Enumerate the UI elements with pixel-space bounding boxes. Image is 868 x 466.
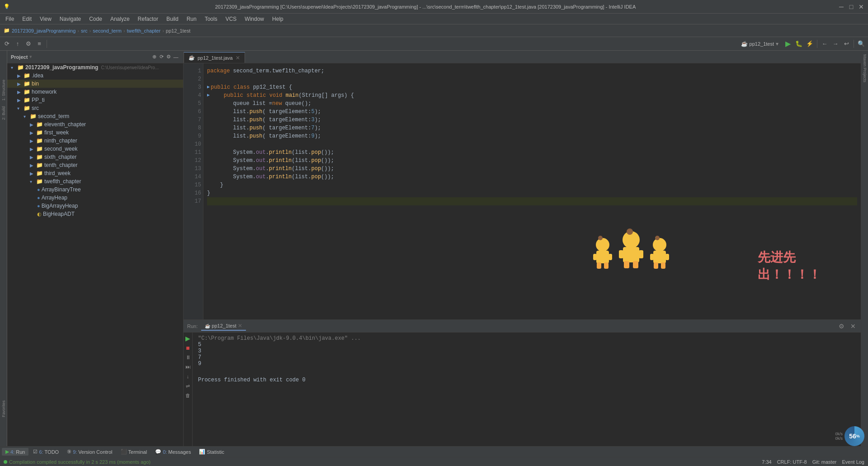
breadcrumb-root[interactable]: 20172309_javaProgramming: [12, 28, 75, 33]
minimize-button[interactable]: ─: [838, 4, 844, 10]
toolbar-up-btn[interactable]: ↑: [13, 39, 23, 49]
run-scroll-btn[interactable]: ↓: [184, 372, 192, 380]
tree-first-week[interactable]: ▶ 📁 first_week: [7, 128, 183, 137]
toolbar-back-btn[interactable]: ←: [820, 39, 830, 49]
maximize-button[interactable]: □: [848, 4, 854, 10]
toolbar-layout-btn[interactable]: ≡: [34, 39, 44, 49]
structure-tab[interactable]: 1: Structure: [0, 78, 7, 103]
tree-ninth[interactable]: ▶ 📁 ninth_chapter: [7, 137, 183, 145]
editor-tab-pp12[interactable]: ☕ pp12_1test.java ✕: [184, 52, 245, 63]
toolbar-separator-1: [47, 40, 47, 48]
tree-array-binary-tree[interactable]: ● ArrayBinaryTree: [7, 185, 183, 194]
tree-root[interactable]: ▾ 📁 20172309_javaProgramming C:\Users\su…: [7, 63, 183, 71]
tree-src[interactable]: ▾ 📁 src: [7, 104, 183, 112]
tree-third-week[interactable]: ▶ 📁 third_week: [7, 169, 183, 177]
run-pause-btn[interactable]: ⏸: [184, 353, 192, 361]
bottom-tab-run[interactable]: ▶ 4: Run: [2, 448, 28, 456]
java-file-icon-bah: ●: [37, 203, 40, 209]
run-tab-close[interactable]: ✕: [238, 323, 242, 329]
tree-bah-label: BigArrayyHeap: [42, 203, 78, 209]
bottom-tab-statistic[interactable]: 📊 Statistic: [195, 448, 228, 456]
tree-sixth[interactable]: ▶ 📁 sixth_chapter: [7, 153, 183, 161]
toolbar-undo-btn[interactable]: ↩: [841, 39, 851, 49]
position-indicator[interactable]: 7:34: [762, 459, 771, 465]
tree-ppti[interactable]: ▶ 📁 PP_ti: [7, 96, 183, 104]
menu-tools[interactable]: Tools: [201, 15, 221, 23]
tree-arrow-eleventh: ▶: [30, 122, 36, 127]
code-line-10: [207, 140, 857, 148]
bottom-tab-todo[interactable]: ☑ 6: TODO: [29, 448, 62, 456]
sidebar-gear-btn[interactable]: ⚙: [165, 53, 172, 61]
tree-second-term[interactable]: ▾ 📁 second_term: [7, 112, 183, 120]
event-log[interactable]: Event Log: [842, 459, 864, 465]
sidebar-fold-btn[interactable]: —: [172, 53, 179, 61]
run-wrap-btn[interactable]: ⇌: [184, 382, 192, 390]
speed-circle: 56%: [844, 426, 864, 446]
tree-second-week[interactable]: ▶ 📁 second_week: [7, 145, 183, 153]
vc-tab-text: Version Control: [78, 449, 112, 455]
tree-array-heap[interactable]: ● ArrayHeap: [7, 194, 183, 202]
breadcrumb-src[interactable]: src: [81, 28, 88, 33]
toolbar-fwd-btn[interactable]: →: [830, 39, 840, 49]
menu-build[interactable]: Build: [163, 15, 182, 23]
breadcrumb-file[interactable]: pp12_1test: [166, 28, 190, 33]
run-tab-pp12[interactable]: ☕ pp12_1test ✕: [201, 322, 246, 331]
tree-ppti-label: PP_ti: [32, 97, 45, 103]
toolbar-settings-btn[interactable]: ⚙: [24, 39, 33, 49]
run-panel-header: Run: ☕ pp12_1test ✕ ⚙ ✕: [184, 320, 861, 333]
menu-file[interactable]: File: [2, 15, 18, 23]
run-config-dropdown-icon[interactable]: ▾: [776, 41, 778, 47]
toolbar-search-btn[interactable]: 🔍: [856, 39, 866, 49]
tree-eleventh[interactable]: ▶ 📁 eleventh_chapter: [7, 120, 183, 128]
menu-refactor[interactable]: Refactor: [134, 15, 162, 23]
status-bar: Compilation compiled successfully in 2 s…: [0, 457, 868, 466]
tree-arrow-ppti: ▶: [17, 98, 24, 103]
crlf-indicator[interactable]: CRLF: UTF-8: [777, 459, 807, 465]
run-resume-btn[interactable]: ⏭: [184, 363, 192, 371]
menu-window[interactable]: Window: [241, 15, 268, 23]
run-config-label: pp12_1test: [750, 41, 774, 47]
run-close-panel-btn[interactable]: ✕: [849, 322, 857, 330]
bottom-tab-messages[interactable]: 💬 0: Messages: [151, 448, 194, 456]
tree-tenth[interactable]: ▶ 📁 tenth_chapter: [7, 161, 183, 169]
bottom-tab-terminal[interactable]: ⬛ Terminal: [117, 448, 151, 456]
tree-homework[interactable]: ▶ 📁 homework: [7, 88, 183, 96]
close-button[interactable]: ✕: [858, 4, 864, 10]
maven-tab[interactable]: Maven Projects: [862, 52, 868, 84]
menu-help[interactable]: Help: [269, 15, 287, 23]
tree-idea[interactable]: ▶ 📁 .idea: [7, 71, 183, 80]
run-stop-btn[interactable]: ■: [184, 344, 192, 352]
sidebar-new-btn[interactable]: ⊕: [151, 53, 158, 61]
favorites-tab[interactable]: Favorites: [0, 399, 7, 419]
build-tab[interactable]: 2: Build: [0, 105, 7, 122]
menu-analyze[interactable]: Analyze: [107, 15, 133, 23]
bottom-tab-vc[interactable]: ⑨ 9: Version Control: [63, 448, 116, 456]
java-file-icon-ah: ●: [37, 195, 40, 200]
run-clear-btn[interactable]: 🗑: [184, 391, 192, 399]
menu-view[interactable]: View: [36, 15, 55, 23]
compile-msg: Compilation compiled successfully in 2 s…: [9, 459, 151, 465]
sidebar-sync-btn[interactable]: ⟳: [158, 53, 165, 61]
coverage-button[interactable]: ⚡: [805, 39, 815, 49]
run-play-btn[interactable]: ▶: [184, 334, 192, 342]
menu-code[interactable]: Code: [85, 15, 106, 23]
todo-icon: ☑: [33, 449, 38, 455]
breadcrumb-second-term[interactable]: second_term: [93, 28, 122, 33]
tree-big-heap-adt[interactable]: ◐ BigHeapADT: [7, 210, 183, 218]
statistic-icon: 📊: [199, 449, 205, 455]
tree-big-arrayy-heap[interactable]: ● BigArrayyHeap: [7, 202, 183, 210]
debug-button[interactable]: 🐛: [794, 39, 804, 49]
run-button[interactable]: ▶: [783, 39, 793, 49]
tree-bin[interactable]: ▶ 📁 bin: [7, 80, 183, 88]
tree-tweflth[interactable]: ▾ 📁 tweflth_chapter: [7, 177, 183, 185]
menu-vcs[interactable]: VCS: [222, 15, 241, 23]
toolbar-sync-btn[interactable]: ⟳: [2, 39, 12, 49]
tree-third-week-label: third_week: [44, 170, 71, 176]
menu-run[interactable]: Run: [183, 15, 200, 23]
run-settings-btn[interactable]: ⚙: [837, 322, 845, 330]
menu-navigate[interactable]: Navigate: [56, 15, 85, 23]
tab-close-btn[interactable]: ✕: [236, 55, 240, 61]
breadcrumb-tweflth[interactable]: tweflth_chapter: [127, 28, 161, 33]
menu-edit[interactable]: Edit: [19, 15, 35, 23]
git-indicator[interactable]: Git: master: [812, 459, 837, 465]
